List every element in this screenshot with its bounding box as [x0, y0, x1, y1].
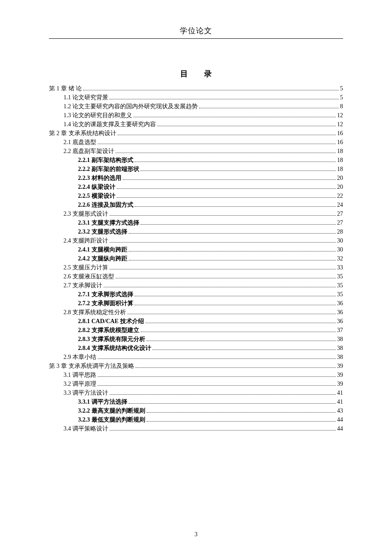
toc-entry-label: 2.2.5 横梁设计: [78, 193, 115, 199]
toc-entry-page: 36: [337, 309, 343, 315]
toc-entry: 2.2.2 副车架的前端形状18: [49, 165, 343, 173]
toc-entry-page: 39: [337, 381, 343, 387]
toc-entry-page: 12: [337, 121, 343, 127]
toc-leader-dots: [110, 238, 336, 242]
toc-entry: 2.8.2 支撑系统模型建立37: [49, 326, 343, 335]
toc-entry-label: 2.8.3 支撑系统有限元分析: [78, 336, 145, 342]
toc-entry-label: 2.9 本章小结: [63, 354, 96, 360]
table-of-contents: 第 1 章 绪 论51.1 论文研究背景51.2 论文主要研究内容的国内外研究现…: [49, 84, 343, 433]
toc-entry-page: 12: [337, 113, 343, 119]
toc-entry: 2.4.1 支腿横向跨距30: [49, 245, 343, 254]
toc-entry-page: 39: [337, 372, 343, 378]
toc-entry: 3.4 调平策略设计44: [49, 424, 343, 433]
toc-leader-dots: [135, 301, 336, 305]
toc-entry: 3.3 调平方法设计41: [49, 388, 343, 397]
toc-entry: 2.2.1 副车架结构形式18: [49, 156, 343, 165]
toc-entry-label: 1.3 论文的研究目的和意义: [63, 113, 132, 119]
toc-leader-dots: [98, 354, 336, 358]
toc-entry: 2.7.1 支承脚形式选择35: [49, 290, 343, 299]
toc-entry-page: 39: [337, 363, 343, 369]
toc-entry-page: 24: [337, 202, 343, 208]
toc-leader-dots: [83, 86, 339, 90]
toc-leader-dots: [153, 345, 336, 350]
toc-leader-dots: [129, 229, 336, 233]
toc-entry-page: 27: [337, 211, 343, 217]
toc-entry-page: 36: [337, 301, 343, 306]
toc-entry-page: 27: [337, 220, 343, 226]
toc-entry: 2.7 支承脚设计35: [49, 281, 343, 290]
toc-entry-page: 32: [337, 256, 343, 262]
toc-entry-label: 2.8 支撑系统稳定性分析: [63, 309, 126, 315]
toc-leader-dots: [141, 220, 336, 224]
toc-leader-dots: [98, 381, 336, 385]
toc-entry: 2.2.6 连接及加固方式24: [49, 200, 343, 209]
toc-entry-label: 2.2.3 材料的选用: [78, 175, 121, 181]
toc-leader-dots: [117, 184, 336, 188]
toc-entry: 2.6 支腿液压缸选型35: [49, 272, 343, 281]
toc-entry: 2.3.2 支腿形式选择28: [49, 227, 343, 236]
toc-entry-page: 38: [337, 345, 343, 351]
toc-entry-label: 2.2 底盘副车架设计: [63, 148, 114, 154]
toc-entry-label: 2.7.1 支承脚形式选择: [78, 292, 133, 298]
toc-entry: 2.2.3 材料的选用20: [49, 173, 343, 182]
toc-entry-page: 35: [337, 292, 343, 298]
toc-leader-dots: [115, 148, 336, 153]
toc-leader-dots: [118, 130, 336, 135]
toc-entry-page: 44: [337, 426, 343, 432]
toc-leader-dots: [110, 95, 339, 99]
toc-entry: 2.9 本章小结38: [49, 353, 343, 361]
toc-leader-dots: [110, 211, 336, 215]
toc-leader-dots: [117, 193, 336, 197]
toc-entry-label: 2.7.2 支承脚面积计算: [78, 301, 133, 306]
toc-entry: 2.8.3 支撑系统有限元分析38: [49, 335, 343, 344]
toc-entry-label: 2.2.4 纵梁设计: [78, 184, 115, 190]
toc-entry-page: 16: [337, 139, 343, 145]
toc-title: 目录: [65, 69, 343, 79]
toc-entry-page: 22: [337, 193, 343, 199]
toc-entry-label: 2.2.1 副车架结构形式: [78, 157, 133, 163]
toc-leader-dots: [135, 157, 336, 162]
toc-entry-page: 36: [337, 318, 343, 324]
toc-entry-label: 2.4 支腿跨距设计: [63, 238, 108, 244]
toc-entry-label: 第 3 章 支承系统调平方法及策略: [49, 363, 134, 369]
toc-entry: 3.2 调平原理39: [49, 379, 343, 388]
toc-leader-dots: [98, 372, 336, 376]
toc-leader-dots: [141, 327, 336, 332]
toc-entry: 第 1 章 绪 论5: [49, 84, 343, 93]
toc-entry-label: 1.1 论文研究背景: [63, 95, 108, 101]
toc-entry-page: 41: [337, 399, 343, 405]
toc-leader-dots: [135, 292, 336, 296]
toc-entry-page: 5: [340, 95, 343, 101]
toc-entry: 2.4 支腿跨距设计30: [49, 236, 343, 245]
toc-entry-page: 28: [337, 229, 343, 235]
toc-entry-label: 2.1 底盘选型: [63, 139, 96, 145]
toc-entry: 2.8 支撑系统稳定性分析36: [49, 308, 343, 317]
toc-entry-label: 3.3 调平方法设计: [63, 390, 108, 396]
toc-entry: 3.3.1 调平方法选择41: [49, 397, 343, 406]
toc-entry-label: 2.2.2 副车架的前端形状: [78, 166, 139, 172]
toc-entry-label: 2.7 支承脚设计: [63, 283, 102, 289]
toc-entry-page: 38: [337, 336, 343, 342]
toc-leader-dots: [98, 139, 336, 144]
toc-leader-dots: [147, 336, 336, 341]
toc-entry-label: 1.2 论文主要研究内容的国内外研究现状及发展趋势: [63, 104, 198, 110]
toc-entry: 2.8.4 支撑系统结构优化设计38: [49, 344, 343, 353]
toc-entry: 3.2.3 最低支腿的判断规则44: [49, 415, 343, 424]
toc-entry-label: 2.2.6 连接及加固方式: [78, 202, 133, 208]
toc-entry: 第 3 章 支承系统调平方法及策略39: [49, 361, 343, 370]
page: 学位论文 目录 第 1 章 绪 论51.1 论文研究背景51.2 论文主要研究内…: [0, 0, 392, 555]
toc-entry: 2.7.2 支承脚面积计算36: [49, 299, 343, 308]
toc-entry: 2.2.4 纵梁设计20: [49, 182, 343, 191]
toc-entry: 1.3 论文的研究目的和意义12: [49, 111, 343, 120]
toc-entry-page: 5: [340, 86, 343, 92]
toc-entry-label: 3.2.2 最高支腿的判断规则: [78, 408, 145, 414]
toc-entry-page: 18: [337, 166, 343, 172]
toc-entry-page: 33: [337, 265, 343, 271]
toc-entry: 3.2.2 最高支腿的判断规则43: [49, 406, 343, 415]
toc-entry-page: 35: [337, 283, 343, 289]
toc-entry-page: 20: [337, 184, 343, 190]
toc-entry-label: 2.6 支腿液压缸选型: [63, 274, 114, 280]
toc-leader-dots: [133, 113, 336, 117]
toc-entry-page: 38: [337, 354, 343, 360]
toc-leader-dots: [115, 274, 336, 278]
